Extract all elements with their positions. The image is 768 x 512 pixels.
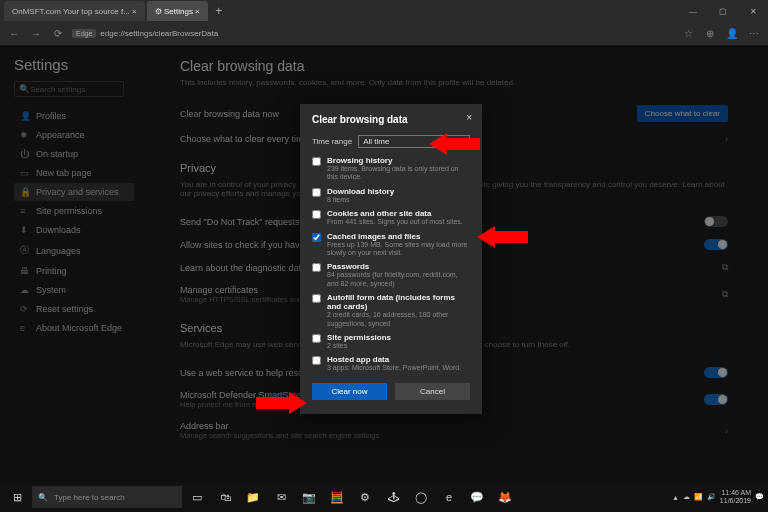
- tab-strip: OnMSFT.com Your top source f... × ⚙ Sett…: [0, 0, 768, 22]
- tab-onmsft[interactable]: OnMSFT.com Your top source f... ×: [4, 1, 145, 21]
- checkbox-desc: 2 credit cards, 16 addresses, 180 other …: [327, 311, 470, 328]
- checkbox-desc: From 441 sites. Signs you out of most si…: [327, 218, 463, 226]
- close-dialog-button[interactable]: ×: [466, 112, 472, 123]
- minimize-button[interactable]: —: [678, 0, 708, 22]
- checkbox-row[interactable]: Cookies and other site dataFrom 441 site…: [312, 209, 470, 226]
- new-tab-button[interactable]: +: [210, 2, 228, 20]
- checkbox-desc: 2 sites: [327, 342, 391, 350]
- toolbar: ← → ⟳ Edge edge://settings/clearBrowserD…: [0, 22, 768, 46]
- checkbox-row[interactable]: Site permissions2 sites: [312, 333, 470, 350]
- taskbar-app-icon[interactable]: e: [436, 484, 462, 510]
- tab-label: Settings: [164, 7, 193, 16]
- checkbox-row[interactable]: Autofill form data (includes forms and c…: [312, 293, 470, 328]
- taskbar-search[interactable]: 🔍Type here to search: [32, 486, 182, 508]
- profile-icon[interactable]: 👤: [724, 26, 740, 42]
- clear-browsing-data-dialog: × Clear browsing data Time range All tim…: [300, 104, 482, 414]
- close-icon[interactable]: ×: [195, 7, 200, 16]
- checkbox-desc: 8 items: [327, 196, 394, 204]
- tab-settings[interactable]: ⚙ Settings ×: [147, 1, 208, 21]
- taskbar-app-icon[interactable]: 💬: [464, 484, 490, 510]
- back-button[interactable]: ←: [6, 26, 22, 42]
- search-icon: 🔍: [38, 493, 48, 502]
- notifications-icon[interactable]: 💬: [755, 493, 764, 501]
- scheme-badge: Edge: [72, 29, 96, 38]
- taskbar-app-icon[interactable]: 📷: [296, 484, 322, 510]
- checkbox-desc: 3 apps: Microsoft Store, PowerPoint, Wor…: [327, 364, 461, 372]
- favorite-icon[interactable]: ☆: [680, 26, 696, 42]
- taskbar: ⊞ 🔍Type here to search ▭ 🛍 📁 ✉ 📷 🧮 ⚙ 🕹 ◯…: [0, 482, 768, 512]
- clear-now-button[interactable]: Clear now: [312, 383, 387, 400]
- checkbox-title: Passwords: [327, 262, 470, 271]
- checkbox-title: Autofill form data (includes forms and c…: [327, 293, 470, 311]
- checkbox-row[interactable]: Hosted app data3 apps: Microsoft Store, …: [312, 355, 470, 372]
- gear-icon: ⚙: [155, 7, 162, 16]
- favorites-bar-icon[interactable]: ⊕: [702, 26, 718, 42]
- checkbox[interactable]: [312, 157, 321, 166]
- checkbox[interactable]: [312, 263, 321, 272]
- checkbox-title: Site permissions: [327, 333, 391, 342]
- checkbox[interactable]: [312, 356, 321, 365]
- dialog-title: Clear browsing data: [312, 114, 470, 125]
- checkbox-desc: Frees up 139 MB. Some sites may load mor…: [327, 241, 470, 258]
- tray-wifi-icon[interactable]: 📶: [694, 493, 703, 501]
- checkbox[interactable]: [312, 210, 321, 219]
- cancel-button[interactable]: Cancel: [395, 383, 470, 400]
- taskbar-app-icon[interactable]: ⚙: [352, 484, 378, 510]
- tray-icon[interactable]: ▲: [672, 494, 679, 501]
- taskbar-clock[interactable]: 11:46 AM 11/6/2019: [720, 489, 751, 504]
- taskbar-app-icon[interactable]: 📁: [240, 484, 266, 510]
- maximize-button[interactable]: ▢: [708, 0, 738, 22]
- checkbox-title: Cached images and files: [327, 232, 470, 241]
- checkbox[interactable]: [312, 294, 321, 303]
- tray-volume-icon[interactable]: 🔊: [707, 493, 716, 501]
- refresh-button[interactable]: ⟳: [50, 26, 66, 42]
- taskbar-app-icon[interactable]: 🧮: [324, 484, 350, 510]
- checkbox[interactable]: [312, 334, 321, 343]
- address-bar[interactable]: Edge edge://settings/clearBrowserData: [72, 29, 272, 38]
- url-text: edge://settings/clearBrowserData: [100, 29, 218, 38]
- tray-icon[interactable]: ☁: [683, 493, 690, 501]
- timerange-value: All time: [363, 137, 389, 146]
- forward-button[interactable]: →: [28, 26, 44, 42]
- start-button[interactable]: ⊞: [4, 484, 30, 510]
- checkbox[interactable]: [312, 233, 321, 242]
- taskbar-app-icon[interactable]: 🛍: [212, 484, 238, 510]
- checkbox-desc: 84 passwords (for fidelity.com, reddit.c…: [327, 271, 470, 288]
- checkbox-row[interactable]: Cached images and filesFrees up 139 MB. …: [312, 232, 470, 258]
- close-icon[interactable]: ×: [132, 7, 137, 16]
- close-window-button[interactable]: ✕: [738, 0, 768, 22]
- taskbar-app-icon[interactable]: ✉: [268, 484, 294, 510]
- checkbox-desc: 239 items. Browsing data is only stored …: [327, 165, 470, 182]
- checkbox-title: Cookies and other site data: [327, 209, 463, 218]
- checkbox[interactable]: [312, 188, 321, 197]
- timerange-label: Time range: [312, 137, 352, 146]
- checkbox-row[interactable]: Browsing history239 items. Browsing data…: [312, 156, 470, 182]
- taskbar-app-icon[interactable]: 🦊: [492, 484, 518, 510]
- menu-icon[interactable]: ⋯: [746, 26, 762, 42]
- task-view-button[interactable]: ▭: [184, 484, 210, 510]
- checkbox-title: Browsing history: [327, 156, 470, 165]
- tab-label: OnMSFT.com Your top source f...: [12, 7, 130, 16]
- checkbox-title: Download history: [327, 187, 394, 196]
- taskbar-app-icon[interactable]: 🕹: [380, 484, 406, 510]
- taskbar-app-icon[interactable]: ◯: [408, 484, 434, 510]
- checkbox-row[interactable]: Download history8 items: [312, 187, 470, 204]
- checkbox-row[interactable]: Passwords84 passwords (for fidelity.com,…: [312, 262, 470, 288]
- checkbox-title: Hosted app data: [327, 355, 461, 364]
